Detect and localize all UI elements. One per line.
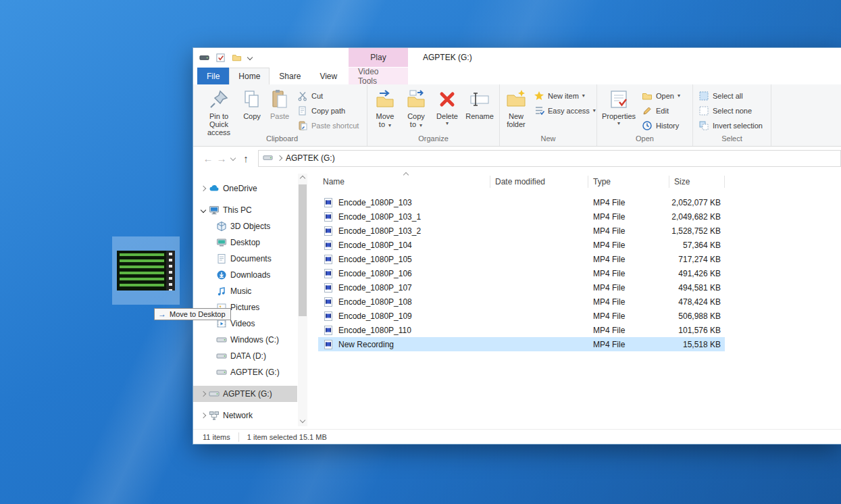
delete-button[interactable]: Delete▾ (432, 86, 463, 134)
column-header-type[interactable]: Type (588, 176, 669, 188)
expander-collapsed-icon[interactable] (201, 186, 206, 191)
column-headers: Name Date modified Type Size (318, 174, 841, 190)
scroll-down-icon[interactable] (300, 418, 305, 423)
column-header-date-modified[interactable]: Date modified (490, 176, 588, 188)
tab-home[interactable]: Home (229, 68, 270, 84)
desktop: → Move to Desktop Play AGPTEK (G:) (0, 0, 841, 504)
dragged-file-thumbnail[interactable] (112, 236, 180, 305)
column-header-size[interactable]: Size (669, 176, 725, 188)
copy-path-button[interactable]: Copy path (294, 105, 362, 117)
copy-icon (241, 89, 263, 110)
file-row-encode-1080p-104[interactable]: Encode_1080P_104MP4 File57,364 KB (318, 238, 725, 252)
new-item-button[interactable]: New item ▾ (530, 90, 599, 102)
nav-item-windows-c[interactable]: Windows (C:) (193, 332, 297, 348)
nav-item-agptek-g[interactable]: AGPTEK (G:) (193, 364, 297, 380)
nav-item-this-pc[interactable]: This PC (193, 202, 297, 218)
nav-item-documents[interactable]: Documents (193, 251, 297, 267)
edit-icon (642, 105, 653, 116)
expander-expanded-icon[interactable] (201, 207, 206, 213)
invert-selection-label: Invert selection (713, 122, 763, 130)
file-row-encode-1080p-103[interactable]: Encode_1080P_103MP4 File2,052,077 KB (318, 195, 725, 209)
file-row-encode-1080p-103-1[interactable]: Encode_1080P_103_1MP4 File2,049,682 KB (318, 209, 725, 224)
address-bar: ← → ↑ AGPTEK (G:) (193, 147, 841, 170)
address-box[interactable]: AGPTEK (G:) (258, 150, 841, 167)
expander-collapsed-icon[interactable] (201, 413, 206, 418)
nav-scrollbar[interactable] (298, 174, 307, 426)
move-to-icon (374, 89, 396, 110)
paste-shortcut-button[interactable]: Paste shortcut (294, 120, 362, 132)
file-row-encode-1080p-103-2[interactable]: Encode_1080P_103_2MP4 File1,528,752 KB (318, 224, 725, 238)
column-header-name[interactable]: Name (318, 176, 490, 188)
ribbon: Pin to Quick access Copy Paste (193, 84, 841, 147)
easy-access-button[interactable]: Easy access ▾ (530, 105, 599, 117)
tab-video-tools[interactable]: Video Tools (349, 68, 408, 84)
desktop-icon (216, 237, 227, 248)
pin-to-quick-access-button[interactable]: Pin to Quick access (199, 86, 238, 134)
nav-item-onedrive[interactable]: OneDrive (193, 180, 297, 197)
nav-item-agptek-g[interactable]: AGPTEK (G:) (193, 386, 297, 402)
move-to-button[interactable]: Move to ▾ (369, 86, 401, 134)
expander-collapsed-icon[interactable] (201, 391, 206, 397)
title-bar[interactable]: Play AGPTEK (G:) (193, 48, 841, 67)
customize-quick-access-chevron-icon[interactable] (247, 55, 253, 60)
file-row-encode-1080p-105[interactable]: Encode_1080P_105MP4 File717,274 KB (318, 252, 725, 266)
scrollbar-thumb[interactable] (299, 184, 307, 316)
properties-button[interactable]: Properties▾ (599, 86, 638, 134)
ribbon-filler (771, 84, 841, 146)
invert-selection-button[interactable]: Invert selection (695, 120, 766, 132)
expander-spacer (209, 289, 213, 293)
file-size: 57,364 KB (669, 241, 725, 250)
file-row-encode-1080p-107[interactable]: Encode_1080P_107MP4 File494,581 KB (318, 280, 725, 295)
file-row-encode-1080p-109[interactable]: Encode_1080P_109MP4 File506,988 KB (318, 309, 725, 323)
copy-button[interactable]: Copy (238, 86, 265, 134)
new-folder-button[interactable]: New folder (502, 86, 530, 134)
invert-selection-icon (698, 120, 709, 131)
delete-icon (436, 89, 458, 110)
file-row-encode-1080p-110[interactable]: Encode_1080P_110MP4 File101,576 KB (318, 323, 725, 337)
tab-share[interactable]: Share (270, 68, 310, 84)
copy-to-button[interactable]: Copy to ▾ (401, 86, 432, 134)
open-label: Open (656, 92, 674, 100)
back-button[interactable]: ← (201, 153, 215, 164)
properties-label: Properties▾ (602, 112, 636, 126)
nav-item-downloads[interactable]: Downloads (193, 267, 297, 283)
file-type: MP4 File (588, 212, 669, 222)
paste-button[interactable]: Paste (265, 86, 294, 134)
history-icon (642, 120, 653, 131)
recent-locations-chevron-icon[interactable] (230, 155, 236, 161)
nav-item-data-d[interactable]: DATA (D:) (193, 348, 297, 364)
file-row-new-recording[interactable]: New RecordingMP4 File15,518 KB (318, 337, 725, 351)
forward-button[interactable]: → (215, 153, 228, 164)
nav-item-3d-objects[interactable]: 3D Objects (193, 218, 297, 234)
paste-shortcut-icon (297, 120, 308, 131)
rename-button[interactable]: Rename (463, 86, 496, 134)
file-name: Encode_1080P_105 (338, 255, 412, 264)
nav-item-music[interactable]: Music (193, 283, 297, 299)
select-none-button[interactable]: Select none (695, 105, 766, 117)
ribbon-group-select: Select all Select none Inv (693, 84, 771, 146)
breadcrumb-drive[interactable]: AGPTEK (G:) (286, 153, 335, 163)
nav-item-label: DATA (D:) (230, 351, 266, 361)
file-explorer-window: Play AGPTEK (G:) File Home Share View Vi… (193, 47, 841, 445)
copy-to-label: Copy to ▾ (405, 112, 428, 128)
tab-file[interactable]: File (197, 68, 229, 84)
delete-label: Delete▾ (436, 112, 458, 126)
mp4-file-icon (323, 226, 334, 236)
new-folder-quick-icon[interactable] (232, 53, 243, 63)
history-button[interactable]: History (638, 120, 684, 132)
scroll-up-icon[interactable] (300, 176, 305, 181)
open-button[interactable]: Open ▾ (638, 90, 684, 102)
select-all-button[interactable]: Select all (695, 90, 766, 102)
filmstrip-icon (166, 251, 175, 291)
nav-item-network[interactable]: Network (193, 407, 297, 424)
file-type: MP4 File (588, 326, 669, 335)
file-row-encode-1080p-108[interactable]: Encode_1080P_108MP4 File478,424 KB (318, 295, 725, 309)
nav-item-label: 3D Objects (230, 222, 270, 231)
cut-button[interactable]: Cut (294, 90, 362, 102)
nav-item-desktop[interactable]: Desktop (193, 234, 297, 251)
edit-button[interactable]: Edit (638, 105, 684, 117)
properties-quick-icon[interactable] (215, 53, 226, 63)
up-button[interactable]: ↑ (239, 153, 253, 164)
tab-view[interactable]: View (310, 68, 347, 84)
file-row-encode-1080p-106[interactable]: Encode_1080P_106MP4 File491,426 KB (318, 266, 725, 280)
